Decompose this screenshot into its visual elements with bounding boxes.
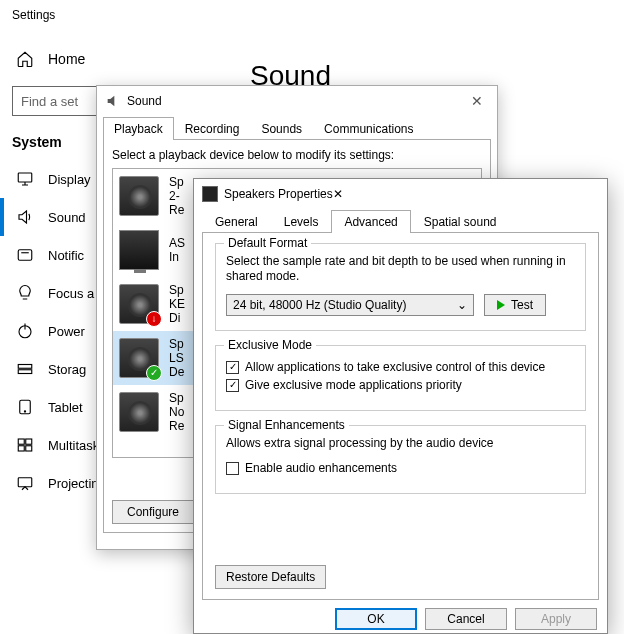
checkbox-label: Enable audio enhancements [245, 461, 397, 475]
exclusive-priority-checkbox[interactable]: ✓ Give exclusive mode applications prior… [226, 378, 575, 392]
svg-rect-0 [18, 173, 32, 182]
sidebar-item-label: Storag [48, 362, 86, 377]
restore-defaults-button[interactable]: Restore Defaults [215, 565, 326, 589]
checkbox-icon [226, 462, 239, 475]
home-label: Home [48, 51, 85, 67]
chevron-down-icon: ⌄ [457, 298, 467, 312]
signal-enhancements-group: Signal Enhancements Allows extra signal … [215, 425, 586, 494]
dialog-title: Speakers Properties [224, 187, 333, 201]
sidebar-item-label: Sound [48, 210, 86, 225]
svg-rect-4 [18, 370, 32, 374]
sidebar-item-label: Power [48, 324, 85, 339]
play-icon [497, 300, 505, 310]
home-icon [16, 50, 34, 68]
exclusive-control-checkbox[interactable]: ✓ Allow applications to take exclusive c… [226, 360, 575, 374]
focus-icon [16, 284, 34, 302]
cancel-button[interactable]: Cancel [425, 608, 507, 630]
tab-spatial-sound[interactable]: Spatial sound [411, 210, 510, 233]
close-icon[interactable]: ✕ [333, 187, 343, 201]
power-icon [16, 322, 34, 340]
test-button[interactable]: Test [484, 294, 546, 316]
playback-instruction: Select a playback device below to modify… [112, 148, 482, 162]
projecting-icon [16, 474, 34, 492]
speaker-device-icon [119, 176, 159, 216]
format-dropdown[interactable]: 24 bit, 48000 Hz (Studio Quality) ⌄ [226, 294, 474, 316]
multitasking-icon [16, 436, 34, 454]
display-icon [16, 170, 34, 188]
checkbox-label: Give exclusive mode applications priorit… [245, 378, 462, 392]
sidebar-item-label: Display [48, 172, 91, 187]
tab-levels[interactable]: Levels [271, 210, 332, 233]
device-text: SpKEDi [169, 283, 185, 325]
sound-tabs: Playback Recording Sounds Communications [97, 116, 497, 139]
svg-rect-7 [18, 439, 24, 444]
svg-rect-11 [18, 478, 32, 487]
tab-recording[interactable]: Recording [174, 117, 251, 140]
apply-button[interactable]: Apply [515, 608, 597, 630]
properties-tabs: General Levels Advanced Spatial sound [194, 209, 607, 232]
device-text: SpNoRe [169, 391, 184, 433]
close-icon[interactable]: ✕ [465, 94, 489, 108]
speaker-icon [202, 186, 218, 202]
svg-rect-1 [18, 250, 32, 261]
ok-button[interactable]: OK [335, 608, 417, 630]
signal-desc: Allows extra signal processing by the au… [226, 436, 575, 451]
speaker-device-icon [119, 392, 159, 432]
speakers-properties-dialog: Speakers Properties ✕ General Levels Adv… [193, 178, 608, 634]
default-format-group: Default Format Select the sample rate an… [215, 243, 586, 331]
group-legend: Signal Enhancements [224, 418, 349, 432]
monitor-device-icon [119, 230, 159, 270]
sound-icon [16, 208, 34, 226]
device-text: ASIn [169, 236, 185, 264]
storage-icon [16, 360, 34, 378]
speaker-device-icon: ↓ [119, 284, 159, 324]
svg-rect-3 [18, 365, 32, 369]
sidebar-item-label: Tablet [48, 400, 83, 415]
format-selected: 24 bit, 48000 Hz (Studio Quality) [233, 298, 406, 312]
test-label: Test [511, 298, 533, 312]
tab-general[interactable]: General [202, 210, 271, 233]
tab-advanced[interactable]: Advanced [331, 210, 410, 233]
sidebar-item-label: Notific [48, 248, 84, 263]
sound-dialog-icon [105, 93, 121, 109]
group-legend: Exclusive Mode [224, 338, 316, 352]
tab-sounds[interactable]: Sounds [250, 117, 313, 140]
dialog-title: Sound [127, 94, 162, 108]
dialog-titlebar[interactable]: Sound ✕ [97, 86, 497, 116]
notifications-icon [16, 246, 34, 264]
checkbox-icon: ✓ [226, 379, 239, 392]
disabled-badge-icon: ↓ [146, 311, 162, 327]
enable-enhancements-checkbox[interactable]: Enable audio enhancements [226, 461, 575, 475]
dialog-button-row: OK Cancel Apply [194, 608, 607, 634]
svg-point-6 [24, 411, 25, 412]
checkbox-icon: ✓ [226, 361, 239, 374]
device-text: SpLSDe [169, 337, 184, 379]
tablet-icon [16, 398, 34, 416]
svg-rect-8 [26, 439, 32, 444]
sidebar-item-label: Focus a [48, 286, 94, 301]
speaker-device-icon: ✓ [119, 338, 159, 378]
default-format-desc: Select the sample rate and bit depth to … [226, 254, 575, 284]
tab-communications[interactable]: Communications [313, 117, 424, 140]
default-badge-icon: ✓ [146, 365, 162, 381]
svg-rect-9 [18, 446, 24, 451]
group-legend: Default Format [224, 236, 311, 250]
dialog-titlebar[interactable]: Speakers Properties ✕ [194, 179, 607, 209]
checkbox-label: Allow applications to take exclusive con… [245, 360, 545, 374]
svg-rect-10 [26, 446, 32, 451]
device-text: Sp2-Re [169, 175, 184, 217]
home-nav[interactable]: Home [12, 40, 208, 86]
search-placeholder: Find a set [21, 94, 78, 109]
exclusive-mode-group: Exclusive Mode ✓ Allow applications to t… [215, 345, 586, 411]
configure-button[interactable]: Configure [112, 500, 194, 524]
advanced-panel: Default Format Select the sample rate an… [202, 232, 599, 600]
window-title: Settings [0, 0, 624, 30]
tab-playback[interactable]: Playback [103, 117, 174, 140]
